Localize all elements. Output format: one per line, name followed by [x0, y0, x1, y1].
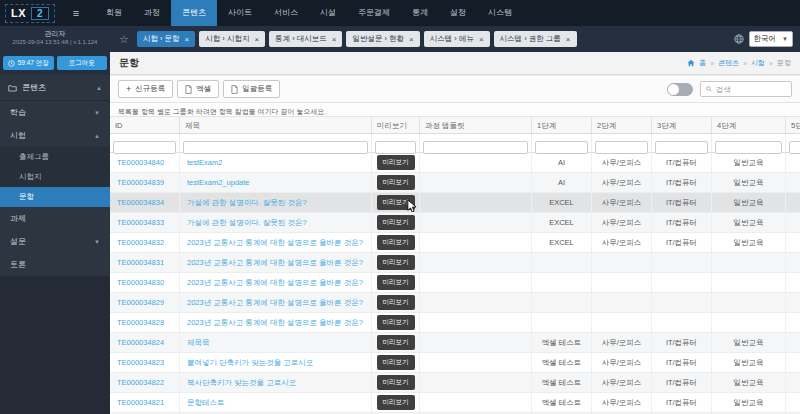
table-row: TE000034833 가설에 관한 설명이다. 잘못된 것은? 미리보기 EX…	[110, 213, 800, 233]
breadcrumb-exam[interactable]: 시험	[751, 58, 765, 68]
sidebar-section-contents[interactable]: 콘텐츠 ▲	[0, 75, 110, 101]
logout-button[interactable]: 로그아웃	[57, 56, 108, 70]
row-title-link[interactable]: 2023년 교통사고 통계에 대한 설명으로 올바른 것은?	[187, 298, 363, 308]
close-icon[interactable]: ×	[479, 35, 484, 44]
globe-icon[interactable]	[734, 34, 744, 44]
col-header-title[interactable]: 제목	[180, 117, 372, 134]
hamburger-menu-icon[interactable]: ≡	[73, 7, 79, 19]
sidebar-item-question-group[interactable]: 출제그룹	[0, 147, 110, 167]
row-step1	[532, 313, 592, 332]
nav-item-order-payment[interactable]: 주문결제	[347, 0, 401, 26]
nav-item-statistics[interactable]: 통계	[401, 0, 439, 26]
row-id-link[interactable]: TE000034833	[117, 218, 164, 227]
sidebar-item-exam-paper[interactable]: 시험지	[0, 167, 110, 187]
preview-button[interactable]: 미리보기	[377, 175, 415, 190]
col-header-step5[interactable]: 5단계	[786, 117, 800, 134]
sidebar-item-discussion[interactable]: 토론	[0, 253, 110, 276]
sidebar-item-survey[interactable]: 설문 ▼	[0, 230, 110, 253]
close-icon[interactable]: ×	[332, 35, 337, 44]
row-title-link[interactable]: 복사단축키가 맞는것을 고르시오	[187, 378, 296, 388]
row-id-link[interactable]: TE000034832	[117, 238, 164, 247]
preview-button[interactable]: 미리보기	[377, 375, 415, 390]
preview-button[interactable]: 미리보기	[377, 315, 415, 330]
search-input[interactable]	[716, 85, 786, 94]
preview-button[interactable]: 미리보기	[377, 275, 415, 290]
app-logo[interactable]: LX 2	[5, 4, 55, 23]
new-register-button[interactable]: + 신규등록	[118, 80, 173, 98]
breadcrumb-contents[interactable]: 콘텐츠	[718, 58, 739, 68]
favorite-star-icon[interactable]: ☆	[119, 33, 129, 46]
preview-button[interactable]: 미리보기	[377, 335, 415, 350]
home-icon[interactable]	[687, 59, 695, 67]
row-title-link[interactable]: 2023년 교통사고 통계에 대한 설명으로 올바른 것은?	[187, 278, 363, 288]
preview-button[interactable]: 미리보기	[377, 395, 415, 410]
session-extend-button[interactable]: 59:47 연장	[3, 56, 54, 70]
tab-system-permission-group[interactable]: 시스템 › 권한 그룹 ×	[494, 31, 577, 47]
preview-button[interactable]: 미리보기	[377, 255, 415, 270]
preview-button[interactable]: 미리보기	[377, 155, 415, 170]
row-id-link[interactable]: TE000034840	[117, 158, 164, 167]
excel-button[interactable]: 엑셀	[177, 80, 219, 98]
nav-item-facility[interactable]: 시설	[309, 0, 347, 26]
breadcrumb-separator: »	[710, 60, 714, 67]
nav-item-course[interactable]: 과정	[133, 0, 171, 26]
row-id-link[interactable]: TE000034821	[117, 398, 164, 407]
col-header-id[interactable]: ID	[110, 117, 180, 134]
preview-button[interactable]: 미리보기	[377, 235, 415, 250]
row-title-link[interactable]: 붙여넣기 단축키가 맞는것을 고르시오	[187, 358, 313, 368]
tab-system-menu[interactable]: 시스템 › 메뉴 ×	[424, 31, 490, 47]
row-title-link[interactable]: 문항테스트	[187, 398, 225, 408]
row-id-link[interactable]: TE000034823	[117, 358, 164, 367]
row-title-link[interactable]: testExam2_update	[187, 178, 250, 187]
bulk-register-button[interactable]: 일괄등록	[223, 80, 280, 98]
row-id-link[interactable]: TE000034828	[117, 318, 164, 327]
col-header-step3[interactable]: 3단계	[652, 117, 712, 134]
close-icon[interactable]: ×	[254, 35, 259, 44]
row-id-link[interactable]: TE000034822	[117, 378, 164, 387]
sidebar-item-learning[interactable]: 학습 ▼	[0, 101, 110, 124]
row-title-link[interactable]: testExam2	[187, 158, 222, 167]
close-icon[interactable]: ×	[185, 35, 190, 44]
nav-item-system[interactable]: 시스템	[477, 0, 523, 26]
tab-exam-question[interactable]: 시험 › 문항 ×	[137, 31, 195, 47]
preview-button[interactable]: 미리보기	[377, 355, 415, 370]
row-title-link[interactable]: 제목목	[187, 338, 210, 348]
row-title-link[interactable]: 2023년 교통사고 통계에 대한 설명으로 올바른 것은?	[187, 258, 363, 268]
row-id-link[interactable]: TE000034824	[117, 338, 164, 347]
breadcrumb-home[interactable]: 홈	[699, 58, 706, 68]
row-id-link[interactable]: TE000034834	[117, 198, 164, 207]
list-toggle-switch[interactable]	[667, 83, 693, 96]
row-title-link[interactable]: 가설에 관한 설명이다. 잘못된 것은?	[187, 218, 307, 228]
language-select[interactable]: 한국어 ▼	[749, 31, 793, 47]
row-id-link[interactable]: TE000034829	[117, 298, 164, 307]
preview-button[interactable]: 미리보기	[377, 295, 415, 310]
col-header-step1[interactable]: 1단계	[532, 117, 592, 134]
nav-item-member[interactable]: 회원	[95, 0, 133, 26]
row-title-link[interactable]: 2023년 교통사고 통계에 대한 설명으로 올바른 것은?	[187, 318, 363, 328]
row-id-link[interactable]: TE000034831	[117, 258, 164, 267]
tab-exam-paper[interactable]: 시험 › 시험지 ×	[199, 31, 265, 47]
tab-survey-status[interactable]: 일반설문 › 현황 ×	[346, 31, 419, 47]
sidebar-item-exam[interactable]: 시험 ▲	[0, 124, 110, 147]
row-step3	[652, 253, 712, 272]
nav-item-service[interactable]: 서비스	[263, 0, 309, 26]
sidebar-item-question[interactable]: 문항	[0, 187, 110, 207]
row-title-link[interactable]: 2023년 교통사고 통계에 대한 설명으로 올바른 것은?	[187, 238, 363, 248]
row-step3	[652, 293, 712, 312]
col-header-step4[interactable]: 4단계	[712, 117, 786, 134]
col-header-course-template[interactable]: 과정 템플릿	[420, 117, 532, 134]
tab-stats-dashboard[interactable]: 통계 › 대시보드 ×	[269, 31, 342, 47]
close-icon[interactable]: ×	[566, 35, 571, 44]
preview-button[interactable]: 미리보기	[377, 215, 415, 230]
col-header-preview[interactable]: 미리보기	[372, 117, 420, 134]
row-id-link[interactable]: TE000034839	[117, 178, 164, 187]
nav-item-site[interactable]: 사이트	[217, 0, 263, 26]
col-header-step2[interactable]: 2단계	[592, 117, 652, 134]
nav-item-contents[interactable]: 콘텐츠	[171, 0, 217, 26]
close-icon[interactable]: ×	[409, 35, 414, 44]
row-title-link[interactable]: 가설에 관한 설명이다. 잘못된 것은?	[187, 198, 307, 208]
sidebar-item-assignment[interactable]: 과제	[0, 207, 110, 230]
row-id-link[interactable]: TE000034830	[117, 278, 164, 287]
nav-item-settings[interactable]: 설정	[439, 0, 477, 26]
sidebar-item-label: 토론	[10, 259, 26, 270]
